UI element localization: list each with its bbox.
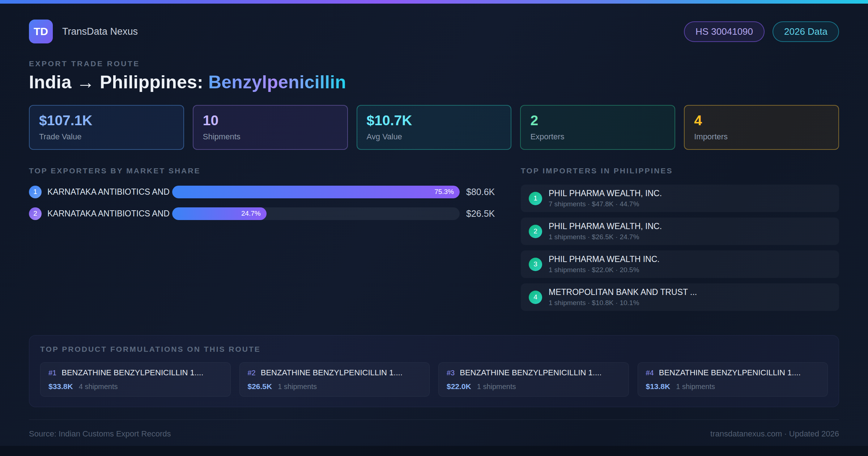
formulation-shipments: 1 shipments [477, 383, 516, 391]
importer-text: PHIL PHARMA WEALTH, INC. 1 shipments · $… [549, 221, 662, 241]
formulations-panel: TOP PRODUCT FORMULATIONS ON THIS ROUTE #… [29, 335, 839, 407]
importer-row: 3 PHIL PHARMA WEALTH INC. 1 shipments · … [521, 250, 839, 278]
page: TD TransData Nexus HS 30041090 2026 Data… [0, 20, 868, 439]
eyebrow-label: EXPORT TRADE ROUTE [29, 59, 839, 68]
importer-name: PHIL PHARMA WEALTH INC. [549, 254, 660, 264]
formulation-shipments: 4 shipments [79, 383, 118, 391]
formulation-title-line: #2 BENZATHINE BENZYLPENICILLIN 1.... [248, 368, 422, 377]
market-share-percent-label: 75.3% [434, 188, 460, 196]
header: TD TransData Nexus HS 30041090 2026 Data [29, 20, 839, 43]
formulation-stats-line: $22.0K 1 shipments [447, 382, 621, 391]
importer-rank-badge: 1 [529, 192, 542, 205]
formulation-rank: #4 [646, 369, 654, 377]
formulation-rank: #3 [447, 369, 455, 377]
importer-details: 1 shipments · $10.8K · 10.1% [549, 299, 697, 307]
page-title-product: Benzylpenicillin [208, 72, 346, 92]
main-columns: TOP EXPORTERS BY MARKET SHARE 1 KARNATAK… [29, 166, 839, 316]
market-share-percent-label: 24.7% [241, 210, 267, 218]
stat-label: Avg Value [367, 132, 502, 142]
exporter-value: $80.6K [466, 187, 501, 197]
importer-name: PHIL PHARMA WEALTH, INC. [549, 189, 662, 198]
importer-row: 2 PHIL PHARMA WEALTH, INC. 1 shipments ·… [521, 218, 839, 245]
importer-text: PHIL PHARMA WEALTH, INC. 7 shipments · $… [549, 189, 662, 208]
formulation-value: $33.8K [48, 382, 73, 391]
formulation-name: BENZATHINE BENZYLPENICILLIN 1.... [61, 368, 203, 377]
formulation-value: $26.5K [248, 382, 272, 391]
stat-card-shipments: 10 Shipments [193, 105, 348, 150]
formulation-value: $22.0K [447, 382, 471, 391]
stat-card-avg-value: $10.7K Avg Value [357, 105, 512, 150]
stat-card-trade-value: $107.1K Trade Value [29, 105, 184, 150]
stat-value: 10 [203, 113, 338, 128]
stat-value: $10.7K [367, 113, 502, 128]
formulation-name: BENZATHINE BENZYLPENICILLIN 1.... [261, 368, 403, 377]
importer-text: PHIL PHARMA WEALTH INC. 1 shipments · $2… [549, 254, 660, 274]
exporter-rank-badge: 2 [29, 207, 42, 220]
hs-code-badge[interactable]: HS 30041090 [684, 21, 765, 42]
importer-rank-badge: 4 [529, 291, 542, 304]
importer-details: 7 shipments · $47.8K · 44.7% [549, 200, 662, 208]
formulation-shipments: 1 shipments [278, 383, 317, 391]
exporter-row: 2 KARNATAKA ANTIBIOTICS AND ... 24.7% $2… [29, 206, 501, 221]
importers-heading: TOP IMPORTERS IN PHILIPPINES [521, 166, 839, 175]
stat-value: $107.1K [39, 113, 174, 128]
formulation-cards: #1 BENZATHINE BENZYLPENICILLIN 1.... $33… [40, 362, 828, 397]
formulation-card: #2 BENZATHINE BENZYLPENICILLIN 1.... $26… [239, 362, 430, 397]
market-share-bar-fill: 24.7% [172, 207, 267, 220]
app-logo: TD [29, 20, 53, 43]
formulation-name: BENZATHINE BENZYLPENICILLIN 1.... [460, 368, 601, 377]
importer-row: 1 PHIL PHARMA WEALTH, INC. 7 shipments ·… [521, 185, 839, 212]
importer-text: METROPOLITAN BANK AND TRUST ... 1 shipme… [549, 287, 697, 307]
exporter-rank-badge: 1 [29, 186, 42, 198]
stat-value: 2 [530, 113, 665, 128]
importer-details: 1 shipments · $22.0K · 20.5% [549, 266, 660, 274]
market-share-bar-fill: 75.3% [172, 186, 460, 198]
importers-section: TOP IMPORTERS IN PHILIPPINES 1 PHIL PHAR… [521, 166, 839, 316]
formulation-value: $13.8K [646, 382, 671, 391]
formulation-title-line: #1 BENZATHINE BENZYLPENICILLIN 1.... [48, 368, 222, 377]
stat-cards: $107.1K Trade Value 10 Shipments $10.7K … [29, 105, 839, 150]
stat-card-importers: 4 Importers [684, 105, 839, 150]
formulation-title-line: #3 BENZATHINE BENZYLPENICILLIN 1.... [447, 368, 621, 377]
stat-value: 4 [694, 113, 829, 128]
stat-label: Importers [694, 132, 829, 142]
stat-label: Trade Value [39, 132, 174, 142]
formulation-rank: #1 [48, 369, 56, 377]
app-name: TransData Nexus [62, 26, 138, 37]
exporters-heading: TOP EXPORTERS BY MARKET SHARE [29, 166, 501, 175]
importers-list: 1 PHIL PHARMA WEALTH, INC. 7 shipments ·… [521, 185, 839, 311]
formulation-rank: #2 [248, 369, 256, 377]
brand: TD TransData Nexus [29, 20, 138, 43]
exporter-name: KARNATAKA ANTIBIOTICS AND ... [47, 209, 172, 219]
top-accent-bar [0, 0, 868, 4]
stat-card-exporters: 2 Exporters [520, 105, 675, 150]
exporter-value: $26.5K [466, 208, 501, 219]
importer-row: 4 METROPOLITAN BANK AND TRUST ... 1 ship… [521, 283, 839, 311]
importer-rank-badge: 2 [529, 225, 542, 238]
page-title: India → Philippines: Benzylpenicillin [29, 72, 839, 93]
exporters-bar-chart: 1 KARNATAKA ANTIBIOTICS AND ... 75.3% $8… [29, 185, 501, 221]
stat-label: Shipments [203, 132, 338, 142]
importer-rank-badge: 3 [529, 258, 542, 271]
formulation-stats-line: $33.8K 4 shipments [48, 382, 222, 391]
footer-site: transdatanexus.com · Updated 2026 [710, 429, 839, 439]
market-share-bar-track: 24.7% [172, 207, 460, 220]
importer-details: 1 shipments · $26.5K · 24.7% [549, 233, 662, 241]
exporter-name: KARNATAKA ANTIBIOTICS AND ... [47, 187, 172, 197]
formulations-heading: TOP PRODUCT FORMULATIONS ON THIS ROUTE [40, 345, 828, 354]
year-badge[interactable]: 2026 Data [773, 21, 839, 42]
exporter-row: 1 KARNATAKA ANTIBIOTICS AND ... 75.3% $8… [29, 185, 501, 199]
importer-name: PHIL PHARMA WEALTH, INC. [549, 221, 662, 231]
formulation-card: #4 BENZATHINE BENZYLPENICILLIN 1.... $13… [638, 362, 828, 397]
formulation-shipments: 1 shipments [676, 383, 715, 391]
header-badges: HS 30041090 2026 Data [684, 21, 839, 42]
formulation-stats-line: $26.5K 1 shipments [248, 382, 422, 391]
market-share-bar-track: 75.3% [172, 186, 460, 198]
formulation-name: BENZATHINE BENZYLPENICILLIN 1.... [659, 368, 801, 377]
exporters-section: TOP EXPORTERS BY MARKET SHARE 1 KARNATAK… [29, 166, 501, 228]
footer: Source: Indian Customs Export Records tr… [29, 419, 839, 439]
formulation-title-line: #4 BENZATHINE BENZYLPENICILLIN 1.... [646, 368, 820, 377]
page-title-route: India → Philippines: [29, 72, 208, 92]
formulation-card: #1 BENZATHINE BENZYLPENICILLIN 1.... $33… [40, 362, 231, 397]
formulation-stats-line: $13.8K 1 shipments [646, 382, 820, 391]
